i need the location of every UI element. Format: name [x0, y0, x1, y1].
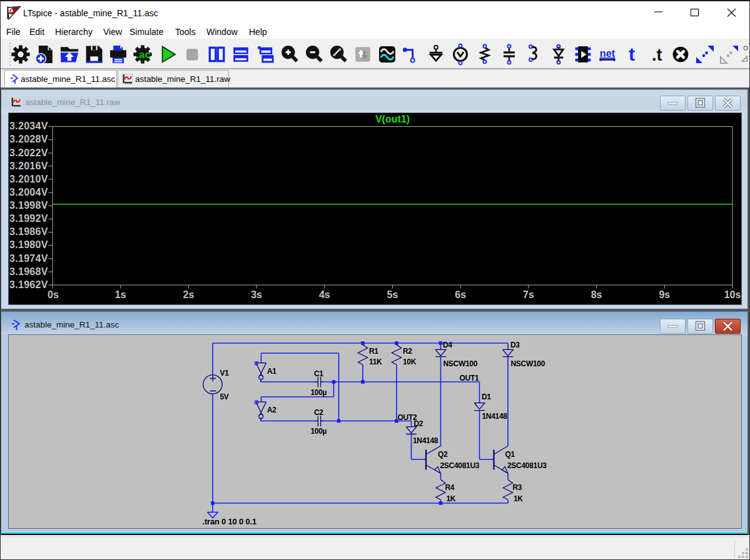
svg-text:3.1992V: 3.1992V [9, 213, 48, 224]
svg-text:3.1998V: 3.1998V [9, 200, 48, 211]
svg-text:t: t [629, 44, 635, 64]
svg-text:3.1968V: 3.1968V [9, 266, 48, 277]
svg-text:D1: D1 [482, 392, 491, 401]
svg-text:3.1974V: 3.1974V [9, 253, 48, 264]
svg-text:3.2034V: 3.2034V [9, 121, 48, 131]
svg-text:.ac: .ac [136, 49, 150, 61]
svg-text:NSCW100: NSCW100 [511, 359, 545, 368]
svg-text:1N4148: 1N4148 [413, 436, 438, 445]
svg-text:R3: R3 [513, 483, 522, 492]
svg-text:R4: R4 [445, 483, 455, 492]
svg-text:7s: 7s [523, 289, 534, 300]
svg-text:A1: A1 [267, 367, 276, 376]
svg-text:2SC4081U3: 2SC4081U3 [507, 461, 547, 470]
svg-text:10s: 10s [724, 289, 741, 300]
svg-text:R2: R2 [403, 347, 412, 356]
svg-text:0s: 0s [48, 289, 59, 300]
svg-text:5V: 5V [220, 392, 229, 401]
svg-text:10K: 10K [403, 358, 417, 366]
svg-text:3.2004V: 3.2004V [9, 187, 48, 198]
svg-text:R1: R1 [369, 347, 378, 356]
svg-text:11K: 11K [369, 358, 382, 366]
svg-text:D4: D4 [443, 341, 452, 349]
svg-text:8s: 8s [591, 289, 602, 300]
svg-text:D2: D2 [414, 419, 423, 428]
svg-text:1s: 1s [115, 289, 126, 300]
svg-text:9s: 9s [659, 289, 670, 300]
svg-text:2SC4081U3: 2SC4081U3 [440, 461, 480, 470]
svg-text:3.2022V: 3.2022V [9, 148, 48, 158]
svg-text:Q2: Q2 [438, 450, 448, 459]
svg-text:net: net [600, 47, 616, 58]
svg-text:2s: 2s [183, 289, 195, 300]
svg-text:.tran 0 10 0 0.1: .tran 0 10 0 0.1 [203, 517, 256, 526]
svg-text:V(out1): V(out1) [375, 114, 410, 124]
svg-text:3.2016V: 3.2016V [9, 161, 48, 171]
svg-text:3.2010V: 3.2010V [9, 174, 48, 184]
svg-text:V1: V1 [220, 369, 230, 378]
svg-text:.t: .t [652, 45, 662, 64]
svg-text:OUT1: OUT1 [460, 374, 479, 382]
svg-text:4s: 4s [319, 289, 330, 300]
svg-text:C1: C1 [314, 369, 323, 378]
svg-text:100µ: 100µ [311, 388, 327, 397]
svg-text:100µ: 100µ [311, 427, 327, 436]
svg-text:1N4148: 1N4148 [482, 412, 508, 421]
svg-text:NSCW100: NSCW100 [443, 359, 478, 368]
svg-text:3s: 3s [251, 289, 262, 300]
svg-text:D3: D3 [510, 341, 520, 349]
svg-text:3.1962V: 3.1962V [9, 279, 48, 290]
svg-text:Q1: Q1 [505, 450, 515, 459]
svg-text:6s: 6s [455, 289, 466, 300]
svg-text:3.1986V: 3.1986V [9, 226, 48, 237]
svg-text:C2: C2 [314, 408, 323, 417]
svg-text:3.2028V: 3.2028V [9, 134, 48, 144]
svg-text:1K: 1K [447, 494, 456, 503]
svg-text:A2: A2 [267, 406, 276, 414]
svg-text:3.1980V: 3.1980V [9, 239, 48, 250]
svg-text:5s: 5s [387, 289, 398, 300]
svg-text:1K: 1K [514, 494, 523, 503]
